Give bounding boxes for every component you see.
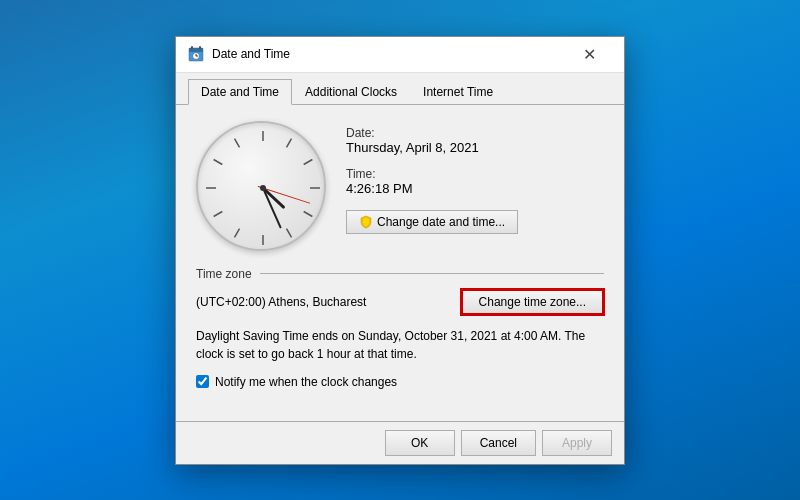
svg-rect-3: [199, 46, 201, 50]
change-datetime-label: Change date and time...: [377, 215, 505, 229]
tab-bar: Date and Time Additional Clocks Internet…: [176, 73, 624, 105]
tab-additional-clocks[interactable]: Additional Clocks: [292, 79, 410, 105]
dialog-content: Date: Thursday, April 8, 2021 Time: 4:26…: [176, 105, 624, 421]
svg-rect-2: [191, 46, 193, 50]
time-value: 4:26:18 PM: [346, 181, 604, 196]
dialog-icon: [188, 46, 204, 62]
cancel-button[interactable]: Cancel: [461, 430, 536, 456]
dst-notice: Daylight Saving Time ends on Sunday, Oct…: [196, 327, 604, 363]
svg-line-20: [263, 188, 280, 227]
notify-checkbox-row: Notify me when the clock changes: [196, 375, 604, 389]
title-bar: Date and Time ✕: [176, 37, 624, 73]
timezone-value: (UTC+02:00) Athens, Bucharest: [196, 295, 366, 309]
notify-label[interactable]: Notify me when the clock changes: [215, 375, 397, 389]
bottom-buttons: OK Cancel Apply: [176, 421, 624, 464]
timezone-section-header: Time zone: [196, 267, 604, 281]
apply-button[interactable]: Apply: [542, 430, 612, 456]
ok-button[interactable]: OK: [385, 430, 455, 456]
divider: [260, 273, 604, 274]
svg-line-15: [214, 211, 223, 216]
svg-line-9: [304, 159, 313, 164]
svg-line-17: [214, 159, 223, 164]
time-label: Time:: [346, 167, 604, 181]
date-value: Thursday, April 8, 2021: [346, 140, 604, 155]
date-time-dialog: Date and Time ✕ Date and Time Additional…: [175, 36, 625, 465]
tab-date-time[interactable]: Date and Time: [188, 79, 292, 105]
svg-line-11: [304, 211, 313, 216]
top-section: Date: Thursday, April 8, 2021 Time: 4:26…: [196, 121, 604, 251]
tab-internet-time[interactable]: Internet Time: [410, 79, 506, 105]
date-label: Date:: [346, 126, 604, 140]
clock-face: [196, 121, 326, 251]
svg-line-8: [287, 138, 292, 147]
close-button[interactable]: ✕: [566, 44, 612, 64]
notify-checkbox[interactable]: [196, 375, 209, 388]
timezone-section-label: Time zone: [196, 267, 252, 281]
svg-line-12: [287, 228, 292, 237]
datetime-info: Date: Thursday, April 8, 2021 Time: 4:26…: [346, 121, 604, 234]
timezone-row: (UTC+02:00) Athens, Bucharest Change tim…: [196, 289, 604, 315]
dialog-title: Date and Time: [212, 47, 558, 61]
analog-clock: [196, 121, 326, 251]
shield-icon: [359, 215, 373, 229]
svg-point-22: [260, 185, 266, 191]
change-datetime-button[interactable]: Change date and time...: [346, 210, 518, 234]
svg-line-14: [235, 228, 240, 237]
change-timezone-button[interactable]: Change time zone...: [461, 289, 604, 315]
svg-line-18: [235, 138, 240, 147]
